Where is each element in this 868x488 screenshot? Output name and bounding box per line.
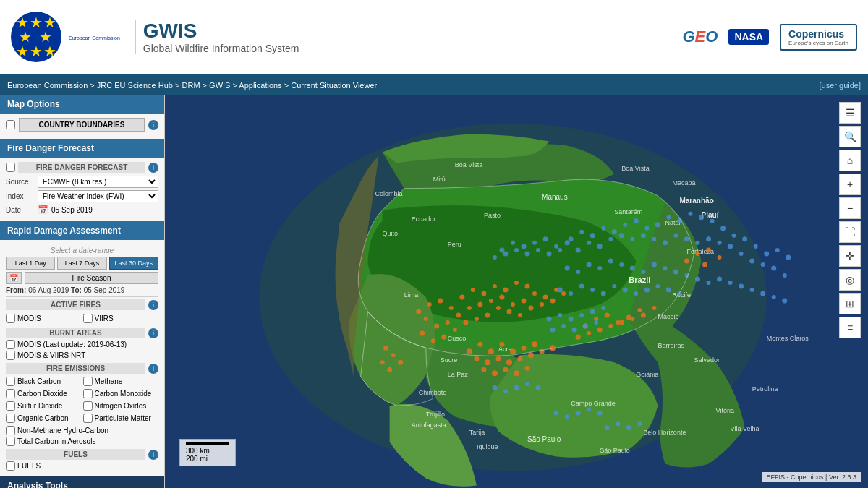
last-7-days-btn[interactable]: Last 7 Days [57,257,106,270]
svg-point-73 [506,309,511,314]
source-row: Source ECMWF (8 km res.) [6,176,158,188]
svg-point-216 [601,306,605,310]
svg-point-167 [597,266,602,270]
eu-commission-text: European Commission [69,35,120,40]
svg-text:Salvador: Salvador [694,356,720,364]
emission-checkbox[interactable] [6,389,15,398]
svg-point-222 [492,385,497,390]
svg-point-143 [786,254,791,260]
emission-checkbox[interactable] [83,377,93,386]
emission-checkbox[interactable] [6,426,15,435]
burnt-modis-viirs-checkbox[interactable] [6,351,15,360]
svg-point-146 [597,244,603,249]
svg-point-49 [503,287,508,292]
svg-point-214 [579,313,584,317]
country-boundaries-checkbox[interactable] [6,120,15,129]
svg-text:Piauí: Piauí [702,211,720,219]
svg-point-172 [652,262,657,267]
date-label: Date [6,206,35,214]
fire-danger-checkbox[interactable] [6,163,15,172]
svg-point-224 [514,385,519,390]
analysis-tools-header[interactable]: Analysis Tools [0,476,164,488]
svg-point-127 [612,229,617,234]
emission-checkbox[interactable] [6,377,15,386]
country-boundaries-button[interactable]: COUNTRY BOUNDARIES [19,118,145,132]
active-fires-info[interactable]: i [148,300,158,310]
zoom-in-button[interactable]: + [839,174,861,195]
svg-point-50 [514,281,519,285]
scale-mi: 200 mi [186,455,229,463]
location-button[interactable]: ◎ [839,269,861,291]
svg-point-186 [569,291,573,296]
emission-checkbox[interactable] [6,401,15,411]
svg-point-207 [525,251,530,256]
source-select[interactable]: ECMWF (8 km res.) [38,176,158,188]
crosshair-button[interactable]: ✛ [839,245,861,267]
fuels-info[interactable]: i [148,450,158,460]
svg-point-206 [514,248,519,252]
from-label: From: [6,286,26,294]
emission-checkbox[interactable] [83,414,93,423]
svg-text:Brazil: Brazil [629,275,650,284]
emission-col2: Particulate Matter [83,414,159,423]
svg-point-148 [619,233,624,238]
svg-point-56 [467,306,472,310]
menu-button[interactable]: ☰ [839,102,861,124]
burnt-areas-info[interactable]: i [148,328,158,338]
last-30-days-btn[interactable]: Last 30 Days [109,257,158,270]
fuels-checkbox[interactable] [6,461,15,471]
user-guide-link[interactable]: [user guide] [820,81,861,90]
fire-danger-info[interactable]: i [148,163,158,173]
modis-checkbox[interactable] [6,314,15,323]
scale-bar [186,442,229,445]
zoom-out-button[interactable]: − [839,197,861,219]
emissions-row: Carbon Dioxide Carbon Monoxide [6,388,158,400]
emission-checkbox[interactable] [6,437,15,446]
last-1-day-btn[interactable]: Last 1 Day [6,257,55,270]
list-button[interactable]: ≡ [839,317,861,338]
fire-danger-header[interactable]: Fire Danger Forecast [0,139,164,158]
calendar-picker-btn[interactable]: 📅 [6,272,22,284]
map-options-header[interactable]: Map Options [0,95,164,114]
svg-text:Manaus: Manaus [542,193,568,201]
scale-km: 300 km [186,447,229,455]
svg-text:Petrolina: Petrolina [752,385,778,393]
fullscreen-button[interactable]: ⛶ [839,221,861,243]
svg-point-204 [493,255,497,260]
svg-point-60 [511,302,515,307]
country-boundaries-info[interactable]: i [148,120,158,130]
home-button[interactable]: ⌂ [839,150,861,171]
svg-point-125 [590,233,595,238]
emission-checkbox[interactable] [83,401,93,411]
fire-season-btn[interactable]: Fire Season [25,272,158,284]
svg-point-150 [641,233,646,238]
fire-emissions-info[interactable]: i [148,364,158,374]
svg-point-41 [416,309,421,314]
rapid-damage-content: Select a date-range Last 1 Day Last 7 Da… [0,240,164,476]
svg-point-137 [720,226,726,231]
svg-point-62 [532,291,537,296]
svg-point-96 [503,367,508,372]
svg-text:Colombia: Colombia [375,190,403,197]
svg-point-192 [634,291,638,296]
nasa-logo: NASA [728,29,769,45]
viirs-checkbox[interactable] [83,314,93,323]
svg-point-86 [474,356,479,361]
svg-point-51 [525,283,530,288]
emissions-list: Black Carbon Methane Carbon Dioxide Carb… [6,375,158,446]
calendar-fire-season-row: 📅 Fire Season [6,272,158,284]
svg-point-104 [637,308,642,312]
emission-checkbox[interactable] [6,414,15,423]
burnt-modis-checkbox[interactable] [6,340,15,349]
index-select[interactable]: Fire Weather Index (FWI) [38,190,158,202]
map-options-content: COUNTRY BOUNDARIES i [0,114,164,139]
map-area[interactable]: Manaus Brazil Peru Santarém Fortaleza Li… [165,95,868,488]
grid-button[interactable]: ⊞ [839,293,861,314]
search-button[interactable]: 🔍 [839,126,861,147]
emission-checkbox[interactable] [83,389,93,398]
svg-point-151 [652,237,656,241]
calendar-icon[interactable]: 📅 [38,205,48,215]
rapid-damage-header[interactable]: Rapid Damage Assessment [0,221,164,240]
svg-text:Ecuador: Ecuador [412,215,436,223]
svg-point-74 [518,313,522,317]
